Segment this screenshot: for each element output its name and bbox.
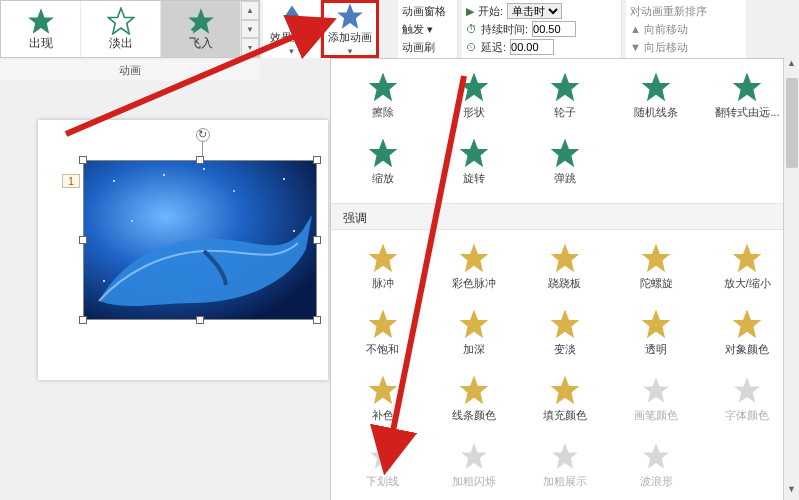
entrance-item[interactable]: 缩放 (339, 131, 426, 193)
gallery-item-label: 飞入 (189, 35, 213, 52)
emphasis-item[interactable]: 脉冲 (339, 236, 426, 298)
panel-item-label: 放大/缩小 (724, 276, 771, 291)
entrance-item[interactable]: 形状 (430, 65, 517, 127)
panel-item-label: 线条颜色 (452, 408, 496, 423)
gallery-scroll[interactable]: ▲ ▼ ▾ (241, 1, 259, 57)
arrow-up-icon (278, 2, 306, 30)
panel-item-label: 形状 (463, 105, 485, 120)
emphasis-item: 下划线 (339, 434, 426, 496)
gallery-more[interactable]: ▾ (241, 38, 259, 57)
start-select[interactable]: 单击时 (507, 3, 562, 19)
panel-item-label: 缩放 (372, 171, 394, 186)
selection-handle-se[interactable] (313, 316, 321, 324)
selection-handle-sw[interactable] (79, 316, 87, 324)
emphasis-item: 字体颜色 (704, 368, 791, 430)
selection-handle-w[interactable] (79, 236, 87, 244)
entrance-item[interactable]: 弹跳 (521, 131, 608, 193)
star-icon (107, 7, 135, 35)
entrance-item[interactable]: 随机线条 (613, 65, 700, 127)
emphasis-item[interactable]: 陀螺旋 (613, 236, 700, 298)
scrollbar-thumb[interactable] (786, 78, 798, 168)
panel-item-label: 旋转 (463, 171, 485, 186)
svg-marker-30 (735, 311, 761, 337)
gallery-item-label: 出现 (29, 35, 53, 52)
animation-order-tag[interactable]: 1 (62, 174, 80, 188)
selection-handle-nw[interactable] (79, 156, 87, 164)
svg-marker-34 (643, 377, 669, 403)
svg-marker-19 (461, 140, 487, 166)
panel-item-label: 随机线条 (634, 105, 678, 120)
panel-item-label: 画笔颜色 (634, 408, 678, 423)
reorder-group: 对动画重新排序 ▲ 向前移动 ▼ 向后移动 (626, 0, 746, 58)
entrance-item[interactable]: 擦除 (339, 65, 426, 127)
star-icon (733, 310, 761, 338)
svg-marker-29 (643, 311, 669, 337)
animation-painter-button[interactable]: 动画刷 (402, 40, 453, 55)
ribbon-group-label: 动画 (0, 60, 260, 81)
selection-handle-ne[interactable] (313, 156, 321, 164)
panel-item-label: 变淡 (554, 342, 576, 357)
delay-label: 延迟: (481, 40, 506, 55)
svg-marker-3 (337, 3, 363, 29)
panel-item-label: 补色 (372, 408, 394, 423)
star-icon (733, 244, 761, 272)
emphasis-item[interactable]: 线条颜色 (430, 368, 517, 430)
panel-scrollbar[interactable]: ▲ ▼ (783, 58, 799, 500)
emphasis-item[interactable]: 跷跷板 (521, 236, 608, 298)
svg-marker-1 (108, 8, 134, 34)
selection-handle-n[interactable] (196, 156, 204, 164)
selection-handle-e[interactable] (313, 236, 321, 244)
emphasis-item: 波浪形 (613, 434, 700, 496)
emphasis-item[interactable]: 补色 (339, 368, 426, 430)
duration-input[interactable] (532, 21, 576, 37)
selection-handle-s[interactable] (196, 316, 204, 324)
add-animation-button[interactable]: 添加动画 ▼ (321, 0, 379, 58)
star-icon (460, 376, 488, 404)
gallery-item-fade[interactable]: 淡出 (81, 1, 161, 57)
panel-item-label: 彩色脉冲 (452, 276, 496, 291)
add-animation-dropdown[interactable]: 擦除形状轮子随机线条翻转式由远...缩放旋转弹跳 强调 脉冲彩色脉冲跷跷板陀螺旋… (330, 58, 799, 500)
svg-marker-0 (28, 8, 54, 34)
star-plus-icon (336, 2, 364, 30)
svg-marker-31 (370, 377, 396, 403)
emphasis-item: 画笔颜色 (613, 368, 700, 430)
panel-item-label: 对象颜色 (725, 342, 769, 357)
emphasis-item: 加粗展示 (521, 434, 608, 496)
panel-item-label: 弹跳 (554, 171, 576, 186)
entrance-item[interactable]: 轮子 (521, 65, 608, 127)
timing-group: ▶ 开始: 单击时 ⏱ 持续时间: ⏲ 延迟: (462, 0, 622, 58)
panel-item-label: 填充颜色 (543, 408, 587, 423)
gallery-item-flyin[interactable]: 飞入 (161, 1, 241, 57)
svg-marker-35 (735, 377, 761, 403)
effect-options-label: 效果选项 (270, 30, 314, 45)
emphasis-item[interactable]: 填充颜色 (521, 368, 608, 430)
entrance-item[interactable]: 旋转 (430, 131, 517, 193)
emphasis-item[interactable]: 不饱和 (339, 302, 426, 364)
star-icon (27, 7, 55, 35)
gallery-item-appear[interactable]: 出现 (1, 1, 81, 57)
animation-pane-button[interactable]: 动画窗格 (402, 4, 453, 19)
svg-marker-26 (370, 311, 396, 337)
emphasis-item[interactable]: 放大/缩小 (704, 236, 791, 298)
emphasis-item[interactable]: 加深 (430, 302, 517, 364)
entrance-item[interactable]: 翻转式由远... (704, 65, 791, 127)
animation-gallery[interactable]: 出现 淡出 飞入 ▲ ▼ ▾ (0, 0, 260, 58)
effect-options-button[interactable]: 效果选项 ▼ (263, 0, 321, 58)
gallery-scroll-up[interactable]: ▲ (241, 1, 259, 20)
star-icon (551, 139, 579, 167)
gallery-scroll-down[interactable]: ▼ (241, 20, 259, 39)
rotate-handle[interactable] (196, 128, 210, 142)
trigger-button[interactable]: 触发 ▾ (402, 22, 453, 37)
star-icon (460, 244, 488, 272)
emphasis-item[interactable]: 彩色脉冲 (430, 236, 517, 298)
panel-item-label: 字体颜色 (725, 408, 769, 423)
star-icon (369, 244, 397, 272)
advanced-animation-group: 动画窗格 触发 ▾ 动画刷 (398, 0, 458, 58)
star-icon (551, 442, 579, 470)
emphasis-item[interactable]: 透明 (613, 302, 700, 364)
delay-input[interactable] (510, 39, 554, 55)
svg-marker-27 (461, 311, 487, 337)
emphasis-item[interactable]: 对象颜色 (704, 302, 791, 364)
selection-frame[interactable] (83, 160, 317, 320)
emphasis-item[interactable]: 变淡 (521, 302, 608, 364)
